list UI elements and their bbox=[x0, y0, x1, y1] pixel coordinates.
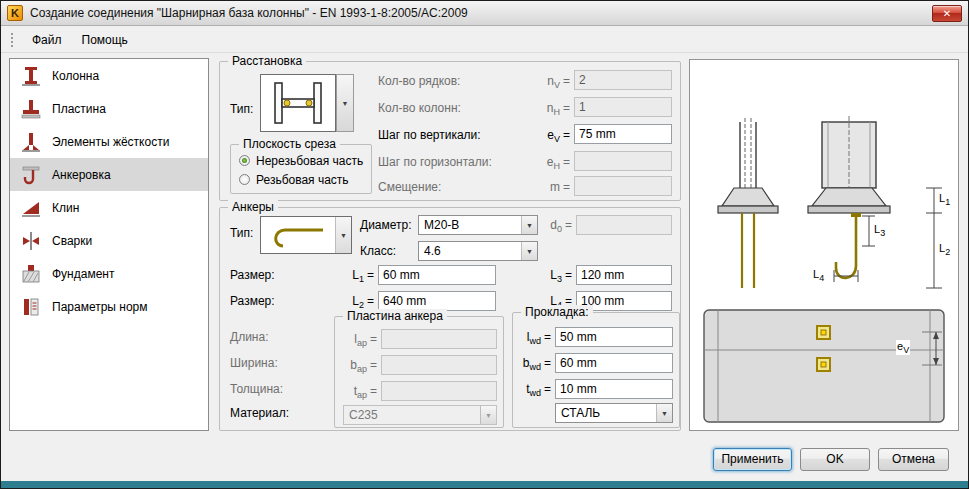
anchor-plate-group-title: Пластина анкера bbox=[343, 309, 447, 323]
L2-input[interactable] bbox=[378, 291, 496, 311]
washer-length-input[interactable] bbox=[555, 327, 673, 347]
type-label: Тип: bbox=[230, 102, 253, 116]
rows-count-symbol: nV= bbox=[500, 74, 570, 90]
vertical-spacing-symbol: eV= bbox=[500, 128, 570, 144]
foundation-icon bbox=[19, 262, 43, 286]
shear-plane-group: Плоскость среза Нерезьбовая часть Резьбо… bbox=[230, 144, 372, 194]
offset-symbol: m= bbox=[500, 180, 570, 196]
offset-label: Смещение: bbox=[378, 180, 441, 194]
plate-material-value: C235 bbox=[344, 408, 480, 422]
stiffeners-icon bbox=[19, 130, 43, 154]
washer-width-input[interactable] bbox=[555, 353, 673, 373]
dropdown-arrow-icon: ▼ bbox=[521, 242, 537, 260]
class-label: Класс: bbox=[360, 244, 396, 258]
lwd-symbol: lwd= bbox=[513, 330, 551, 346]
radio-threaded-part[interactable]: Резьбовая часть bbox=[239, 172, 349, 187]
rows-count-input bbox=[574, 70, 672, 90]
sidebar-item-label: Параметры норм bbox=[52, 300, 148, 314]
plate-material-select: C235 ▼ bbox=[343, 405, 497, 425]
L3-symbol: L3= bbox=[532, 268, 572, 284]
size-label: Размер: bbox=[230, 268, 275, 282]
anchor-type-select[interactable]: ▼ bbox=[260, 216, 352, 254]
sidebar-item-foundation[interactable]: Фундамент bbox=[10, 257, 208, 290]
length-label: Длина: bbox=[230, 330, 268, 344]
plate-length-input bbox=[381, 329, 497, 349]
sidebar-item-column[interactable]: Колонна bbox=[10, 59, 208, 92]
L3-input[interactable] bbox=[576, 265, 672, 285]
dropdown-arrow-icon: ▼ bbox=[521, 216, 537, 234]
h-section-icon bbox=[261, 75, 335, 131]
connection-preview-drawing bbox=[690, 60, 958, 430]
menu-file[interactable]: Файл bbox=[23, 29, 71, 51]
menu-help[interactable]: Помощь bbox=[73, 29, 137, 51]
placement-group: Расстановка Тип: ▼ Плоскость среза Нерез… bbox=[219, 61, 681, 201]
class-value: 4.6 bbox=[419, 244, 521, 258]
dropdown-arrow-icon: ▼ bbox=[480, 406, 496, 424]
columns-count-label: Кол-во колонн: bbox=[378, 101, 461, 115]
sidebar-item-plate[interactable]: Пластина bbox=[10, 92, 208, 125]
dim-eV-label: eV bbox=[896, 340, 910, 355]
dropdown-arrow-icon: ▼ bbox=[656, 404, 672, 422]
dim-L3-label: L3 bbox=[873, 223, 886, 238]
ok-button[interactable]: OK bbox=[800, 448, 870, 471]
columns-count-input bbox=[574, 97, 672, 117]
sidebar-item-code-params[interactable]: Параметры норм bbox=[10, 290, 208, 323]
class-select[interactable]: 4.6 ▼ bbox=[418, 241, 538, 261]
titlebar[interactable]: K Создание соединения "Шарнирная база ко… bbox=[1, 1, 968, 26]
bap-symbol: bap= bbox=[337, 358, 377, 374]
hole-diameter-symbol: d0= bbox=[536, 218, 572, 234]
dim-L4-label: L4 bbox=[812, 268, 825, 283]
washer-material-select[interactable]: СТАЛЬ ▼ bbox=[555, 403, 673, 423]
wedge-icon bbox=[19, 196, 43, 220]
radio-label: Нерезьбовая часть bbox=[256, 154, 363, 168]
sidebar-item-anchoring[interactable]: Анкеровка bbox=[10, 158, 208, 191]
sidebar-item-welds[interactable]: Сварки bbox=[10, 224, 208, 257]
menu-grip-icon bbox=[11, 33, 15, 47]
L2-symbol: L2= bbox=[332, 294, 374, 310]
diameter-label: Диаметр: bbox=[360, 218, 412, 232]
washer-thickness-input[interactable] bbox=[555, 379, 673, 399]
sidebar-item-wedge[interactable]: Клин bbox=[10, 191, 208, 224]
radio-unthreaded-part[interactable]: Нерезьбовая часть bbox=[239, 153, 363, 168]
diameter-select[interactable]: M20-B ▼ bbox=[418, 215, 538, 235]
columns-count-symbol: nH= bbox=[500, 101, 570, 117]
radio-label: Резьбовая часть bbox=[256, 173, 349, 187]
horizontal-spacing-input bbox=[574, 151, 672, 171]
cancel-button[interactable]: Отмена bbox=[878, 448, 949, 471]
app-logo-icon: K bbox=[7, 5, 23, 21]
washer-material-value: СТАЛЬ bbox=[556, 406, 656, 420]
L1-symbol: L1= bbox=[332, 268, 374, 284]
dialog-window: K Создание соединения "Шарнирная база ко… bbox=[0, 0, 969, 489]
sidebar-item-label: Пластина bbox=[52, 102, 106, 116]
apply-button[interactable]: Применить bbox=[713, 448, 792, 471]
material-label: Материал: bbox=[230, 406, 289, 420]
plate-width-input bbox=[381, 355, 497, 375]
window-title: Создание соединения "Шарнирная база коло… bbox=[30, 6, 468, 20]
sidebar-item-label: Элементы жёсткости bbox=[52, 135, 169, 149]
dim-L2-label: L2 bbox=[938, 242, 951, 257]
dropdown-arrow-icon: ▼ bbox=[342, 100, 349, 107]
sidebar-item-label: Клин bbox=[52, 201, 79, 215]
j-anchor-icon bbox=[261, 217, 335, 253]
L1-input[interactable] bbox=[378, 265, 496, 285]
section-type-dropdown-button[interactable]: ▼ bbox=[336, 74, 354, 132]
washer-group: Прокладка: lwd= bwd= twd= СТАЛЬ ▼ bbox=[512, 312, 680, 428]
anchors-group: Анкеры Тип: ▼ Диаметр: M20-B ▼ d0= Класс… bbox=[219, 207, 681, 431]
anchor-plate-group: Пластина анкера lap= bap= tap= C235 ▼ bbox=[334, 316, 504, 428]
tap-symbol: tap= bbox=[337, 384, 377, 400]
anchoring-icon bbox=[19, 163, 43, 187]
close-button[interactable]: ✕ bbox=[932, 5, 962, 22]
lap-symbol: lap= bbox=[337, 332, 377, 348]
plate-icon bbox=[19, 97, 43, 121]
window-bottom-edge bbox=[1, 481, 968, 488]
plate-thickness-input bbox=[381, 381, 497, 401]
connection-preview-panel: L1 L2 L3 L4 eV bbox=[689, 59, 959, 431]
vertical-spacing-input[interactable] bbox=[574, 124, 672, 144]
welds-icon bbox=[19, 229, 43, 253]
horizontal-spacing-symbol: eH= bbox=[500, 155, 570, 171]
menu-bar: Файл Помощь bbox=[1, 27, 968, 53]
sidebar-item-stiffeners[interactable]: Элементы жёсткости bbox=[10, 125, 208, 158]
radio-selected-icon bbox=[239, 155, 250, 166]
sidebar-item-label: Анкеровка bbox=[52, 168, 111, 182]
placement-group-title: Расстановка bbox=[228, 54, 306, 68]
